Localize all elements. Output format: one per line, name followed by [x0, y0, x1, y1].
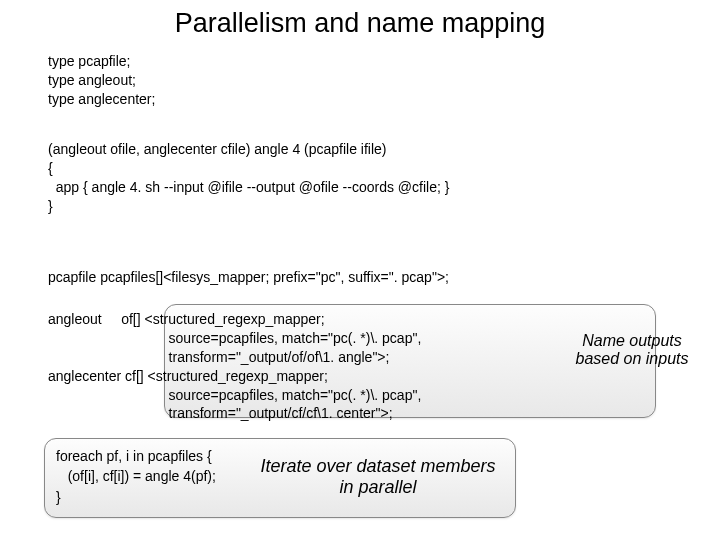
type-declarations: type pcapfile; type angleout; type angle… — [48, 52, 155, 109]
structured-regexp-mappers: angleout of[] <structured_regexp_mapper;… — [48, 310, 421, 423]
slide-title: Parallelism and name mapping — [0, 8, 720, 39]
filesys-mapper-line: pcapfile pcapfiles[]<filesys_mapper; pre… — [48, 268, 449, 287]
foreach-annotation: Iterate over dataset members in parallel — [258, 456, 498, 498]
foreach-code: foreach pf, i in pcapfiles { (of[i], cf[… — [56, 446, 216, 507]
mapper-annotation: Name outputs based on inputs — [562, 332, 702, 368]
function-declaration: (angleout ofile, anglecenter cfile) angl… — [48, 140, 449, 216]
